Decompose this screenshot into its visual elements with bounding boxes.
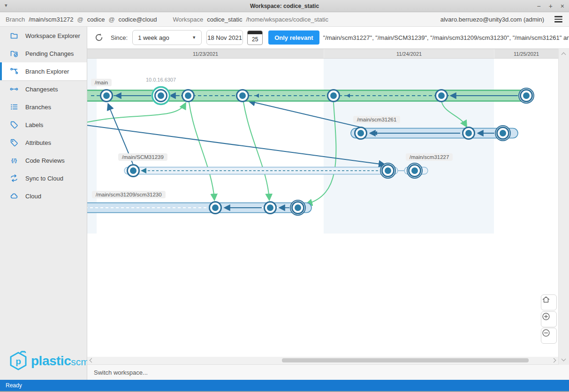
- minimize-button[interactable]: −: [537, 0, 540, 12]
- zoom-out-button[interactable]: [541, 328, 557, 344]
- scroll-up-icon[interactable]: [561, 53, 566, 57]
- plasticscm-logo: p plasticscm: [8, 350, 89, 372]
- workspace-path: /home/wkspaces/codice_static: [246, 16, 328, 23]
- branch-graph: [87, 59, 558, 357]
- calendar-picker-button[interactable]: 25: [247, 30, 263, 45]
- changeset-node[interactable]: [463, 128, 475, 139]
- content-area: Since: 1 week ago ▼ 18 Nov 2021 25 Only …: [87, 27, 569, 380]
- since-dropdown-value: 1 week ago: [138, 34, 169, 41]
- horizontal-scrollbar[interactable]: [87, 357, 558, 364]
- branch-label-chip[interactable]: /main/scm31209/scm31230: [92, 191, 166, 198]
- sidebar-item-pending-changes[interactable]: Pending Changes: [0, 45, 87, 62]
- changeset-node[interactable]: [519, 88, 534, 103]
- date-column-header: 11/23/2021: [87, 49, 324, 58]
- scroll-down-icon[interactable]: [561, 357, 566, 362]
- sidebar-item-label: Workspace Explorer: [25, 32, 80, 39]
- window-title: Workspace: codice_static: [0, 3, 569, 9]
- tag-icon: [10, 121, 18, 129]
- changeset-node[interactable]: [495, 126, 510, 141]
- branch-label-chip[interactable]: /main/SCM31239: [118, 153, 167, 161]
- changeset-node[interactable]: [328, 90, 340, 102]
- scroll-right-icon[interactable]: [552, 358, 556, 363]
- sidebar-item-workspace-explorer[interactable]: Workspace Explorer: [0, 27, 87, 45]
- branch-link[interactable]: [87, 104, 185, 122]
- at-separator-2: @: [108, 16, 114, 23]
- chevron-down-icon: ▼: [192, 35, 196, 40]
- folder-icon: [10, 31, 18, 40]
- since-dropdown[interactable]: 1 week ago ▼: [132, 30, 202, 45]
- refresh-button[interactable]: [94, 32, 104, 43]
- server-name: codice@cloud: [119, 16, 157, 23]
- hamburger-menu-icon[interactable]: [554, 15, 563, 23]
- toolbar: Since: 1 week ago ▼ 18 Nov 2021 25 Only …: [87, 27, 569, 49]
- sidebar-item-branch-explorer[interactable]: Branch Explorer: [0, 62, 87, 80]
- workspace-label: Workspace: [173, 16, 203, 23]
- sidebar-item-code-reviews[interactable]: {/}Code Reviews: [0, 151, 87, 169]
- at-separator: @: [77, 16, 83, 23]
- plasticscm-logo-icon: p: [8, 350, 29, 372]
- branch-explorer-canvas[interactable]: /main/main/scm31261/main/SCM31239/main/s…: [87, 59, 558, 357]
- sync-icon: [10, 174, 18, 182]
- sidebar-item-label: Attributes: [25, 139, 51, 146]
- sidebar-item-attributes[interactable]: Attributes: [0, 134, 87, 151]
- changeset-node[interactable]: [265, 202, 276, 214]
- changeset-node[interactable]: [128, 165, 139, 177]
- zoom-in-button[interactable]: [541, 311, 557, 327]
- status-bar: Ready: [0, 380, 569, 392]
- filter-query-text: "/main/scm31227", "/main/SCM31239", "/ma…: [323, 34, 569, 41]
- changeset-node[interactable]: [101, 90, 113, 102]
- branch-label-chip[interactable]: /main/scm31227: [406, 153, 453, 161]
- cloud-icon: [10, 192, 18, 200]
- changeset-node[interactable]: [436, 90, 448, 102]
- changeset-node[interactable]: [355, 128, 367, 139]
- svg-text:{/}: {/}: [11, 158, 17, 163]
- vertical-scrollbar[interactable]: [558, 49, 569, 365]
- user-account: alvaro.berruezo@unity3d.com (admin): [440, 16, 544, 23]
- branch-label: Branch: [6, 16, 25, 23]
- workspace-info-bar: Branch /main/scm31272 @ codice @ codice@…: [0, 12, 569, 27]
- branch-tree-icon: [10, 67, 18, 75]
- changeset-node[interactable]: [152, 86, 171, 106]
- current-branch[interactable]: /main/scm31272: [29, 16, 73, 23]
- sidebar-item-label: Branch Explorer: [25, 68, 69, 75]
- scroll-left-icon[interactable]: [90, 358, 94, 363]
- changeset-node[interactable]: [237, 90, 249, 102]
- sidebar-item-label: Pending Changes: [25, 50, 74, 57]
- date-column-header: 11/25/2021: [494, 49, 558, 58]
- horizontal-scrollbar-thumb[interactable]: [282, 358, 529, 362]
- reset-view-button[interactable]: [541, 294, 557, 310]
- date-column-header: 11/24/2021: [324, 49, 494, 58]
- changeset-node[interactable]: [380, 163, 395, 178]
- version-label: 10.0.16.6307: [133, 77, 189, 83]
- folder-check-icon: [10, 49, 18, 58]
- changeset-node[interactable]: [182, 90, 194, 102]
- titlebar: ▾ Workspace: codice_static − + ×: [0, 0, 569, 12]
- changeset-node[interactable]: [290, 200, 305, 215]
- branch-link[interactable]: [189, 102, 214, 199]
- main-area: Workspace ExplorerPending ChangesBranch …: [0, 27, 569, 380]
- sidebar-item-label: Labels: [25, 121, 43, 128]
- sidebar-item-labels[interactable]: Labels: [0, 116, 87, 134]
- maximize-button[interactable]: +: [549, 0, 553, 12]
- since-label: Since:: [111, 34, 128, 41]
- branch-label-chip[interactable]: /main: [91, 79, 112, 86]
- window-controls: − + ×: [537, 0, 564, 12]
- sidebar-item-label: Sync to Cloud: [25, 175, 63, 182]
- timeline-date-header: 11/23/2021 11/24/2021 11/25/2021: [87, 49, 558, 59]
- sidebar-item-changesets[interactable]: Changesets: [0, 80, 87, 98]
- repository-name: codice: [87, 16, 105, 23]
- sidebar-item-branches[interactable]: Branches: [0, 98, 87, 116]
- changeset-node[interactable]: [407, 163, 422, 178]
- close-button[interactable]: ×: [561, 0, 564, 12]
- only-relevant-button[interactable]: Only relevant: [268, 30, 319, 45]
- sidebar-item-sync-to-cloud[interactable]: Sync to Cloud: [0, 169, 87, 187]
- changeset-node[interactable]: [210, 202, 221, 214]
- sidebar-item-label: Code Reviews: [25, 157, 65, 164]
- switch-workspace-bar[interactable]: Switch workspace...: [87, 364, 569, 380]
- since-date-input[interactable]: 18 Nov 2021: [206, 30, 243, 45]
- branch-link[interactable]: [243, 102, 269, 199]
- sidebar-item-cloud[interactable]: Cloud: [0, 187, 87, 205]
- logo-text-scm: scm: [71, 356, 89, 367]
- logo-text-plastic: plastic: [31, 354, 71, 368]
- branch-label-chip[interactable]: /main/scm31261: [353, 116, 400, 123]
